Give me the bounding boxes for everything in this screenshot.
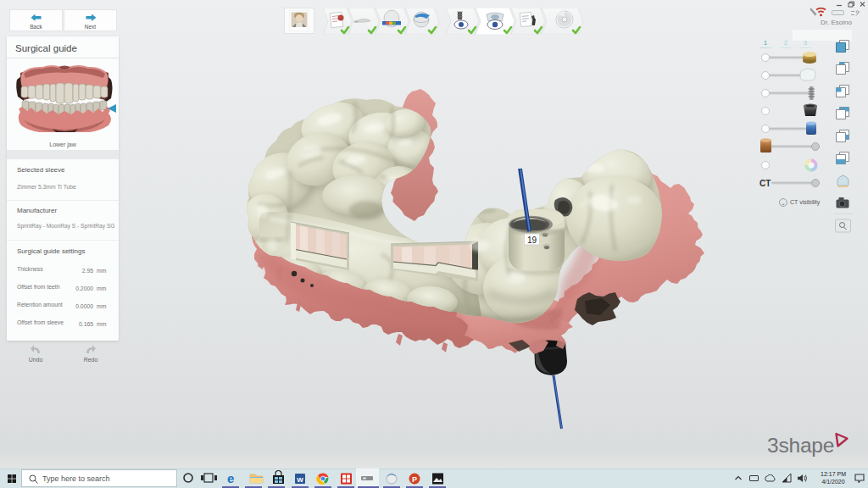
svg-text:P: P — [412, 475, 417, 484]
svg-text:19: 19 — [527, 236, 537, 245]
svg-text:e: e — [227, 471, 234, 485]
svg-text:W: W — [297, 476, 303, 484]
